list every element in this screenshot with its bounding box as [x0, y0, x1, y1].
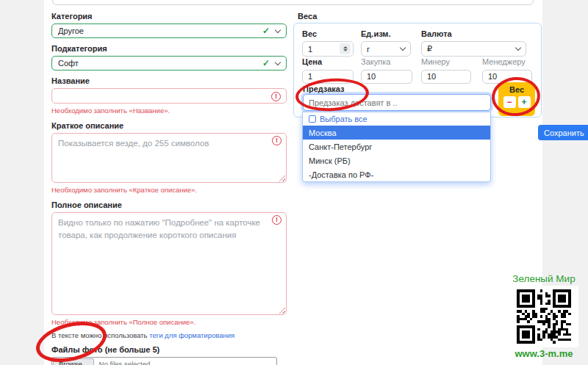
- miner-input[interactable]: [421, 70, 471, 84]
- valid-check-icon: ✓: [262, 58, 270, 68]
- full-desc-wrap: Видно только по нажатию "Подробнее" на к…: [51, 212, 287, 315]
- qr-code: [509, 286, 578, 347]
- error-icon: [272, 136, 282, 145]
- name-input[interactable]: [51, 88, 287, 104]
- unit-value: г: [367, 45, 370, 54]
- watermark: Зеленый Мир www.3-m.me: [504, 273, 584, 359]
- miner-label: Минеру: [421, 57, 471, 66]
- watermark-title: Зеленый Мир: [504, 273, 584, 284]
- dropdown-option-minsk[interactable]: Минск (РБ): [303, 153, 490, 167]
- purchase-input[interactable]: [361, 70, 412, 84]
- chevron-down-icon: [275, 59, 281, 65]
- unit-label: Ед.изм.: [361, 29, 411, 38]
- unit-select[interactable]: г: [361, 41, 411, 57]
- category-select[interactable]: Другое ✓: [51, 24, 287, 38]
- weights-panel: Вес 1 Ед.изм. г Валюта ₽: [293, 23, 542, 118]
- weight-field: Вес 1: [302, 29, 354, 57]
- format-hint: В тексте можно использовать теги для фор…: [51, 331, 287, 339]
- format-tags-link[interactable]: теги для форматирования: [149, 331, 234, 339]
- preorder-label: Предзаказ: [303, 84, 345, 93]
- category-label: Категория: [51, 12, 287, 21]
- save-button[interactable]: Сохранить: [538, 125, 588, 140]
- name-error: Необходимо заполнить «Название».: [51, 106, 287, 115]
- chevron-down-icon: [275, 26, 281, 32]
- weight-stepper-label: Вес: [498, 85, 535, 94]
- format-hint-text: В тексте можно использовать: [51, 331, 149, 339]
- no-file-text: No files selected.: [99, 360, 152, 365]
- weight-input[interactable]: 1: [302, 41, 354, 57]
- weight-stepper: Вес − +: [498, 82, 535, 116]
- dropdown-option-rf-delivery[interactable]: -Доставка по РФ-: [303, 167, 490, 181]
- weight-label: Вес: [302, 29, 354, 38]
- manager-field: Менеджеру: [482, 57, 532, 84]
- chevron-down-icon: [515, 45, 521, 51]
- price-label: Цена: [302, 57, 354, 66]
- full-desc-error: Необходимо заполнить «Полное описание».: [51, 318, 287, 326]
- checkbox-icon[interactable]: [309, 115, 316, 123]
- weights-header: Веса: [298, 12, 317, 21]
- full-desc-placeholder: Видно только по нажатию "Подробнее" на к…: [58, 217, 262, 242]
- price-field: Цена: [302, 57, 354, 84]
- cropped-field-above[interactable]: [52, 0, 534, 5]
- left-column: Категория Другое ✓ Подкатегория Софт ✓ Н…: [51, 12, 287, 365]
- dropdown-option-moscow[interactable]: Москва: [303, 126, 490, 140]
- subcategory-label: Подкатегория: [51, 44, 287, 53]
- unit-field: Ед.изм. г: [361, 29, 411, 57]
- manager-label: Менеджеру: [482, 57, 532, 66]
- currency-select[interactable]: ₽: [421, 41, 526, 57]
- preorder-dropdown: Выбрать все Москва Санкт-Петербург Минск…: [302, 112, 491, 182]
- short-desc-textarea[interactable]: Показывается везде, до 255 символов: [51, 133, 287, 183]
- weight-value: 1: [308, 45, 312, 54]
- manager-input[interactable]: [482, 70, 532, 84]
- product-form-page: Категория Другое ✓ Подкатегория Софт ✓ Н…: [0, 0, 588, 365]
- short-desc-label: Краткое описание: [51, 121, 287, 130]
- subcategory-select[interactable]: Софт ✓: [51, 56, 287, 71]
- name-label: Название: [51, 76, 287, 85]
- select-all-label: Выбрать все: [320, 115, 368, 123]
- select-all-option[interactable]: Выбрать все: [303, 112, 490, 126]
- minus-button[interactable]: −: [503, 96, 516, 108]
- number-spinner-icon[interactable]: [340, 43, 351, 54]
- error-icon: [271, 92, 281, 101]
- miner-field: Минеру: [421, 57, 471, 84]
- error-icon: [272, 215, 282, 225]
- chevron-down-icon: [400, 45, 406, 51]
- full-desc-label: Полное описание: [51, 200, 287, 209]
- browse-button[interactable]: Browse...: [53, 358, 94, 365]
- currency-value: ₽: [427, 44, 432, 54]
- purchase-label: Закупка: [361, 57, 412, 66]
- content-area: Категория Другое ✓ Подкатегория Софт ✓ Н…: [44, 0, 542, 365]
- valid-check-icon: ✓: [262, 26, 270, 36]
- currency-label: Валюта: [421, 29, 526, 38]
- subcategory-value: Софт: [58, 59, 262, 68]
- price-input[interactable]: [302, 70, 354, 84]
- short-desc-placeholder: Показывается везде, до 255 символов: [58, 137, 262, 150]
- currency-field: Валюта ₽: [421, 29, 526, 57]
- plus-button[interactable]: +: [518, 96, 531, 108]
- full-desc-textarea[interactable]: Видно только по нажатию "Подробнее" на к…: [51, 212, 287, 315]
- category-value: Другое: [58, 26, 262, 35]
- short-desc-error: Необходимо заполнить «Краткое описание».: [51, 186, 287, 194]
- dropdown-option-spb[interactable]: Санкт-Петербург: [303, 140, 490, 153]
- watermark-url: www.3-m.me: [504, 348, 584, 359]
- photos-label: Файлы фото (не больше 5): [51, 345, 287, 354]
- purchase-field: Закупка: [361, 57, 412, 84]
- photos-file-input[interactable]: Browse... No files selected.: [51, 357, 277, 365]
- short-desc-wrap: Показывается везде, до 255 символов: [51, 133, 287, 183]
- preorder-input[interactable]: [303, 94, 491, 111]
